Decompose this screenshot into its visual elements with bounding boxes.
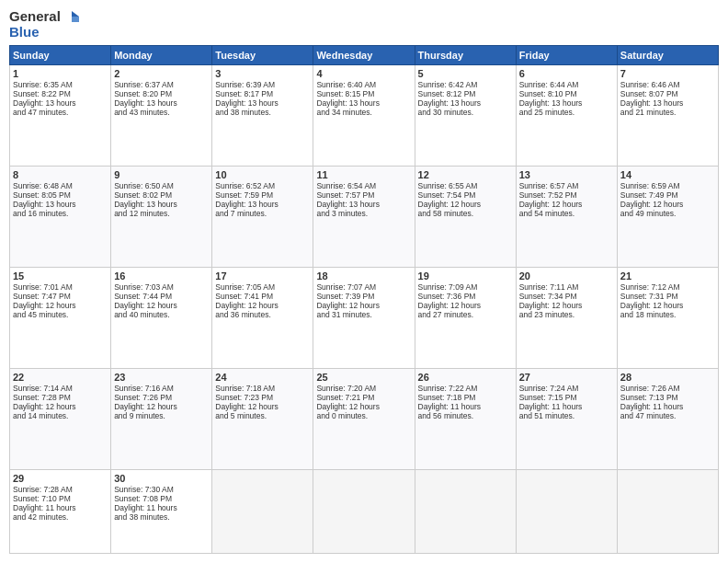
cell-line: Sunrise: 7:20 AM <box>316 384 411 393</box>
cell-line: Sunset: 7:31 PM <box>620 292 715 301</box>
cell-line: Sunset: 7:26 PM <box>114 393 209 402</box>
weekday-header: Sunday <box>10 46 111 65</box>
cell-line: Daylight: 12 hours <box>114 301 209 310</box>
calendar-week-row: 29Sunrise: 7:28 AMSunset: 7:10 PMDayligh… <box>10 469 719 553</box>
cell-line: Sunrise: 6:42 AM <box>418 80 513 89</box>
day-number: 6 <box>519 68 614 79</box>
cell-line: Sunset: 7:54 PM <box>418 190 513 200</box>
cell-line: Sunrise: 7:12 AM <box>620 282 715 292</box>
cell-line: Daylight: 12 hours <box>215 301 310 310</box>
weekday-header: Thursday <box>415 46 516 65</box>
day-number: 26 <box>418 372 513 383</box>
day-number: 7 <box>620 68 715 79</box>
day-number: 11 <box>316 169 411 180</box>
calendar-cell: 1Sunrise: 6:35 AMSunset: 8:22 PMDaylight… <box>10 65 111 167</box>
day-number: 29 <box>13 473 108 484</box>
calendar-week-row: 22Sunrise: 7:14 AMSunset: 7:28 PMDayligh… <box>10 368 719 469</box>
cell-line: and 16 minutes. <box>13 209 108 218</box>
cell-line: Daylight: 13 hours <box>215 200 310 209</box>
calendar-cell: 3Sunrise: 6:39 AMSunset: 8:17 PMDaylight… <box>212 65 313 167</box>
day-number: 16 <box>114 270 209 282</box>
cell-line: Sunrise: 6:44 AM <box>519 80 614 89</box>
cell-line: Sunset: 7:49 PM <box>620 190 715 200</box>
cell-line: Sunset: 7:57 PM <box>316 190 411 200</box>
cell-line: Daylight: 11 hours <box>418 402 513 411</box>
day-number: 22 <box>13 372 108 383</box>
cell-line: Daylight: 12 hours <box>519 301 614 310</box>
day-number: 27 <box>519 372 614 383</box>
cell-line: Sunset: 7:15 PM <box>519 393 614 402</box>
day-number: 9 <box>114 169 209 180</box>
calendar-cell: 11Sunrise: 6:54 AMSunset: 7:57 PMDayligh… <box>313 166 415 267</box>
cell-line: Sunrise: 6:54 AM <box>316 181 411 190</box>
cell-line: Sunset: 7:36 PM <box>418 292 513 301</box>
cell-line: Sunset: 8:10 PM <box>519 89 614 98</box>
day-number: 3 <box>215 68 310 79</box>
weekday-header: Saturday <box>617 46 718 65</box>
day-number: 18 <box>316 270 411 282</box>
cell-line: Daylight: 12 hours <box>316 402 411 411</box>
day-number: 23 <box>114 372 209 383</box>
cell-line: Daylight: 12 hours <box>620 200 715 209</box>
cell-line: Sunrise: 6:55 AM <box>418 181 513 190</box>
calendar-cell: 17Sunrise: 7:05 AMSunset: 7:41 PMDayligh… <box>212 267 313 368</box>
cell-line: and 21 minutes. <box>620 108 715 117</box>
cell-line: Sunset: 7:41 PM <box>215 292 310 301</box>
calendar-cell: 9Sunrise: 6:50 AMSunset: 8:02 PMDaylight… <box>111 166 212 267</box>
calendar-cell: 5Sunrise: 6:42 AMSunset: 8:12 PMDaylight… <box>415 65 516 167</box>
weekday-header: Wednesday <box>313 46 415 65</box>
cell-line: Daylight: 12 hours <box>418 301 513 310</box>
weekday-header: Friday <box>516 46 617 65</box>
cell-line: Sunset: 7:52 PM <box>519 190 614 200</box>
cell-line: and 18 minutes. <box>620 310 715 319</box>
cell-line: Daylight: 12 hours <box>519 200 614 209</box>
cell-line: Sunrise: 7:11 AM <box>519 282 614 292</box>
cell-line: Sunrise: 7:14 AM <box>13 384 108 393</box>
calendar-cell: 29Sunrise: 7:28 AMSunset: 7:10 PMDayligh… <box>10 469 111 553</box>
calendar-cell <box>617 469 718 553</box>
day-number: 24 <box>215 372 310 383</box>
cell-line: Daylight: 12 hours <box>418 200 513 209</box>
cell-line: Sunset: 7:47 PM <box>13 292 108 301</box>
calendar-header-row: SundayMondayTuesdayWednesdayThursdayFrid… <box>10 46 719 65</box>
page: General Blue SundayMondayTuesdayWednesda… <box>0 0 728 563</box>
calendar-cell: 18Sunrise: 7:07 AMSunset: 7:39 PMDayligh… <box>313 267 415 368</box>
calendar-cell: 21Sunrise: 7:12 AMSunset: 7:31 PMDayligh… <box>617 267 718 368</box>
cell-line: Sunrise: 7:05 AM <box>215 282 310 292</box>
day-number: 28 <box>620 372 715 383</box>
day-number: 21 <box>620 270 715 282</box>
calendar-cell: 2Sunrise: 6:37 AMSunset: 8:20 PMDaylight… <box>111 65 212 167</box>
cell-line: and 34 minutes. <box>316 108 411 117</box>
day-number: 14 <box>620 169 715 180</box>
cell-line: Sunrise: 6:35 AM <box>13 80 108 89</box>
cell-line: and 40 minutes. <box>114 310 209 319</box>
calendar-cell: 19Sunrise: 7:09 AMSunset: 7:36 PMDayligh… <box>415 267 516 368</box>
cell-line: Daylight: 11 hours <box>114 503 209 512</box>
day-number: 4 <box>316 68 411 79</box>
cell-line: Daylight: 13 hours <box>316 200 411 209</box>
cell-line: Daylight: 12 hours <box>13 301 108 310</box>
cell-line: and 27 minutes. <box>418 310 513 319</box>
cell-line: Sunrise: 7:18 AM <box>215 384 310 393</box>
cell-line: and 49 minutes. <box>620 209 715 218</box>
day-number: 15 <box>13 270 108 282</box>
cell-line: Daylight: 12 hours <box>13 402 108 411</box>
calendar-cell: 12Sunrise: 6:55 AMSunset: 7:54 PMDayligh… <box>415 166 516 267</box>
day-number: 5 <box>418 68 513 79</box>
day-number: 20 <box>519 270 614 282</box>
day-number: 1 <box>13 68 108 79</box>
cell-line: Sunset: 8:17 PM <box>215 89 310 98</box>
cell-line: Daylight: 11 hours <box>519 402 614 411</box>
cell-line: and 9 minutes. <box>114 411 209 420</box>
cell-line: Sunrise: 6:52 AM <box>215 181 310 190</box>
cell-line: Sunrise: 7:07 AM <box>316 282 411 292</box>
cell-line: Sunrise: 7:26 AM <box>620 384 715 393</box>
calendar-cell: 13Sunrise: 6:57 AMSunset: 7:52 PMDayligh… <box>516 166 617 267</box>
cell-line: Sunrise: 7:16 AM <box>114 384 209 393</box>
day-number: 12 <box>418 169 513 180</box>
cell-line: Sunset: 7:23 PM <box>215 393 310 402</box>
calendar-cell: 7Sunrise: 6:46 AMSunset: 8:07 PMDaylight… <box>617 65 718 167</box>
cell-line: Daylight: 13 hours <box>13 200 108 209</box>
cell-line: and 51 minutes. <box>519 411 614 420</box>
cell-line: Sunrise: 6:50 AM <box>114 181 209 190</box>
